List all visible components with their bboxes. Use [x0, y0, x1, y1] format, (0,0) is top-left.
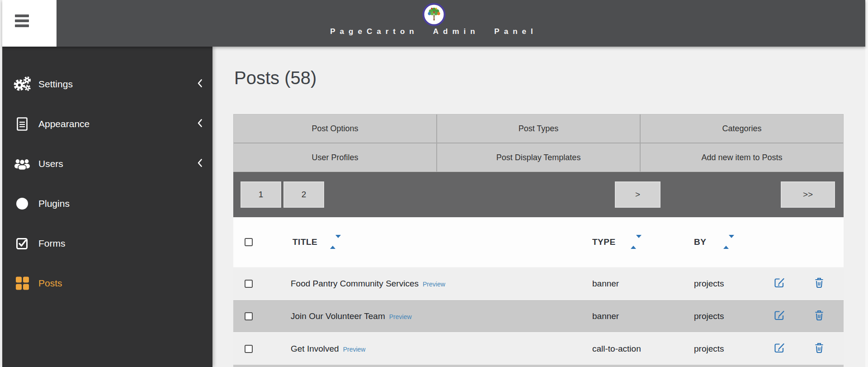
- next-page-button[interactable]: >: [615, 181, 660, 208]
- column-header-title: TITLE: [292, 237, 317, 247]
- cogs-icon: [13, 76, 32, 92]
- top-header: PageCarton Admin Panel: [2, 0, 865, 47]
- check-square-icon: [13, 237, 32, 250]
- edit-icon[interactable]: [774, 310, 785, 323]
- sidebar-item-label: Users: [38, 158, 63, 169]
- chevron-left-icon: [197, 158, 203, 169]
- table-row: Get InvolvedPreview call-to-action proje…: [233, 332, 844, 365]
- menu-toggle-button[interactable]: [2, 0, 57, 47]
- post-type: call-to-action: [592, 344, 641, 354]
- sidebar-item-posts[interactable]: Posts: [2, 263, 212, 303]
- post-title: Food Pantry Community ServicesPreview: [291, 279, 445, 289]
- row-checkbox[interactable]: [245, 312, 253, 320]
- post-by: projects: [694, 344, 724, 354]
- sidebar-item-label: Appearance: [38, 119, 90, 129]
- pagination-bar: 1 2 > >>: [233, 172, 844, 217]
- preview-link[interactable]: Preview: [389, 313, 412, 320]
- sidebar-item-settings[interactable]: Settings: [2, 64, 212, 104]
- post-title: Join Our Volunteer TeamPreview: [291, 311, 412, 321]
- tab-add-new-item[interactable]: Add new item to Posts: [641, 143, 843, 172]
- sort-title-icon[interactable]: [330, 238, 341, 246]
- edit-icon[interactable]: [774, 342, 785, 355]
- tab-user-profiles[interactable]: User Profiles: [234, 143, 436, 172]
- sidebar-item-label: Plugins: [38, 198, 70, 209]
- preview-link[interactable]: Preview: [343, 346, 366, 353]
- trash-icon[interactable]: [815, 342, 824, 355]
- tab-categories[interactable]: Categories: [641, 114, 843, 143]
- post-by: projects: [694, 311, 724, 321]
- circle-icon: [13, 198, 32, 210]
- pagecarton-logo: [422, 3, 446, 26]
- page-1-button[interactable]: 1: [241, 181, 281, 208]
- table-header-row: TITLE TYPE BY: [233, 217, 844, 267]
- row-checkbox[interactable]: [245, 280, 253, 288]
- sidebar-item-plugins[interactable]: Plugins: [2, 184, 212, 224]
- row-checkbox[interactable]: [245, 345, 253, 353]
- sidebar-item-users[interactable]: Users: [2, 144, 212, 184]
- page-title: Posts (58): [234, 68, 316, 88]
- page-2-button[interactable]: 2: [283, 181, 324, 208]
- grid-icon: [13, 277, 32, 290]
- tab-post-types[interactable]: Post Types: [437, 114, 640, 143]
- last-page-button[interactable]: >>: [781, 181, 835, 208]
- users-icon: [13, 157, 32, 170]
- column-header-by: BY: [694, 237, 706, 247]
- trash-icon[interactable]: [815, 277, 824, 290]
- file-icon: [13, 117, 32, 131]
- sidebar-item-appearance[interactable]: Appearance: [2, 104, 212, 144]
- sidebar: Settings Appearance: [2, 47, 212, 367]
- sidebar-item-label: Settings: [38, 79, 73, 90]
- tab-post-display-templates[interactable]: Post Display Templates: [437, 143, 640, 172]
- app-title: PageCarton Admin Panel: [2, 27, 865, 36]
- post-by: projects: [694, 279, 724, 289]
- sidebar-item-label: Forms: [38, 238, 66, 249]
- preview-link[interactable]: Preview: [423, 281, 445, 288]
- sort-by-icon[interactable]: [723, 238, 734, 246]
- admin-panel: PageCarton Admin Panel Settings: [0, 0, 868, 367]
- chevron-left-icon: [197, 79, 203, 90]
- scrollbar-track[interactable]: [865, 0, 868, 367]
- sidebar-item-forms[interactable]: Forms: [2, 224, 212, 263]
- posts-actions-grid: Post Options Post Types Categories User …: [233, 114, 844, 172]
- sidebar-item-label: Posts: [38, 278, 62, 289]
- next-row-edge: [233, 365, 844, 367]
- edit-icon[interactable]: [774, 277, 785, 290]
- post-type: banner: [592, 279, 619, 289]
- chevron-left-icon: [197, 119, 203, 129]
- table-row: Join Our Volunteer TeamPreview banner pr…: [233, 300, 844, 332]
- trash-icon[interactable]: [815, 310, 824, 323]
- tab-post-options[interactable]: Post Options: [234, 114, 436, 143]
- sort-type-icon[interactable]: [631, 238, 642, 246]
- post-title: Get InvolvedPreview: [291, 344, 365, 354]
- column-header-type: TYPE: [592, 237, 616, 247]
- select-all-checkbox[interactable]: [245, 238, 253, 246]
- post-type: banner: [592, 311, 619, 321]
- table-row: Food Pantry Community ServicesPreview ba…: [233, 267, 844, 300]
